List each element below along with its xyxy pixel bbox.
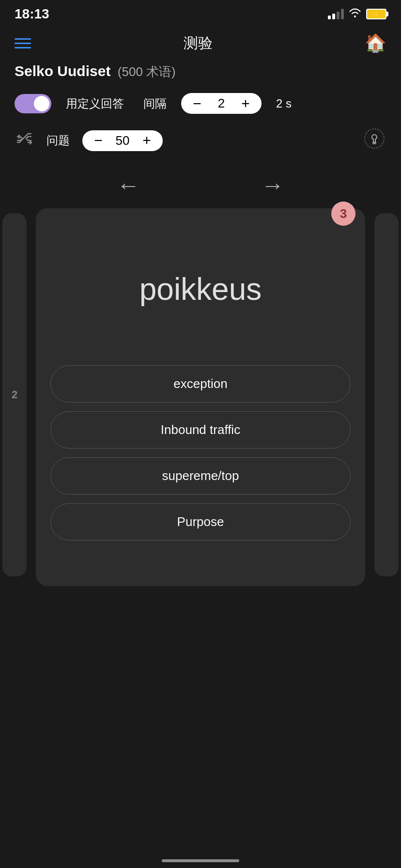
nav-title: 测验 [184,33,213,53]
answer-option-3[interactable]: supereme/top [50,457,351,495]
next-button[interactable]: → [261,172,284,199]
home-indicator [162,859,239,862]
course-name: Selko Uudiset [15,63,110,79]
question-stepper: − 50 + [82,130,163,151]
menu-button[interactable] [15,38,31,48]
toggle-container [15,94,51,113]
prev-button[interactable]: ← [117,172,140,199]
question-increment[interactable]: + [139,133,154,148]
controls-row2: 问题 − 50 + [0,119,401,162]
home-button[interactable]: 🏠 [365,33,386,53]
status-bar: 18:13 ⚡ [0,0,401,26]
nav-bar: 测验 🏠 [0,26,401,60]
interval-stepper: − 2 + [181,93,262,114]
interval-increment[interactable]: + [238,96,253,111]
shuffle-button[interactable] [15,130,34,151]
signal-icon [328,9,344,19]
prev-card-number: 2 [12,388,17,401]
toggle-label: 用定义回答 [66,96,124,111]
interval-unit: 2 s [276,97,292,110]
toggle-knob [34,96,49,111]
interval-value: 2 [214,96,229,111]
interval-decrement[interactable]: − [190,96,204,111]
prev-card: 2 [2,213,27,576]
answer-option-4[interactable]: Purpose [50,503,351,541]
question-value: 50 [115,133,130,148]
definition-toggle[interactable] [15,94,51,113]
flashcard: 3 poikkeus exception Inbound traffic sup… [36,208,365,586]
interval-label: 间隔 [143,96,167,111]
next-card [374,213,399,576]
status-icons: ⚡ [328,7,386,21]
question-label: 问题 [46,133,70,148]
hint-button[interactable] [362,126,386,155]
answer-option-2[interactable]: Inbound traffic [50,411,351,449]
card-number-badge: 3 [331,202,355,226]
answer-option-1[interactable]: exception [50,365,351,403]
battery-icon: ⚡ [366,9,386,19]
wifi-icon [349,7,361,21]
controls-row1: 用定义回答 间隔 − 2 + 2 s [0,88,401,119]
question-decrement[interactable]: − [91,133,106,148]
subtitle-row: Selko Uudiset (500 术语) [0,60,401,88]
status-time: 18:13 [15,6,49,22]
svg-point-0 [365,129,384,148]
term-count: (500 术语) [118,64,176,79]
card-area: 2 3 poikkeus exception Inbound traffic s… [0,208,401,586]
card-word: poikkeus [50,223,351,365]
